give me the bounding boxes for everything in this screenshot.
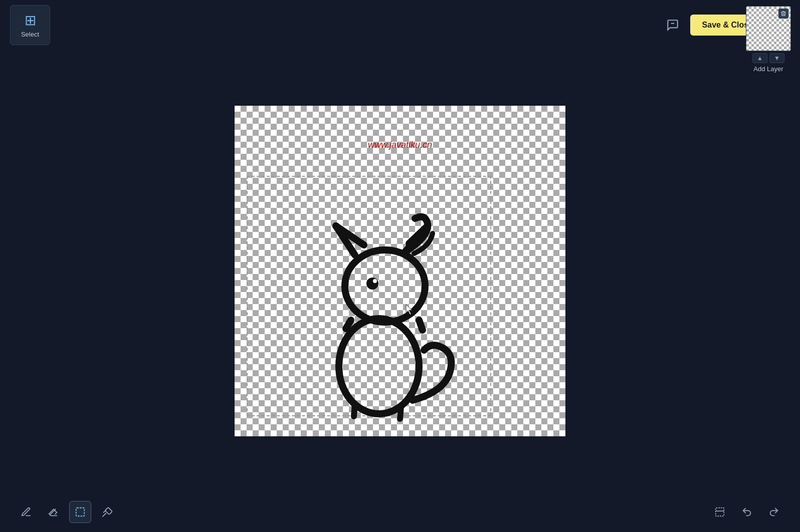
layer-delete-button[interactable] <box>778 9 788 19</box>
svg-rect-23 <box>716 508 724 516</box>
cat-drawing <box>235 106 565 436</box>
svg-line-18 <box>354 404 355 416</box>
canvas-area: www.javatiku.cn <box>0 50 800 492</box>
redo-button[interactable] <box>763 501 785 523</box>
select-tool-label: Select <box>21 31 39 38</box>
eraser-button[interactable] <box>42 501 64 523</box>
select-tool-button[interactable]: ⊞ Select <box>10 5 50 45</box>
select-icon: ⊞ <box>25 12 36 29</box>
select-bottom-button[interactable] <box>69 501 91 523</box>
svg-point-10 <box>345 250 425 322</box>
bottom-left-tools <box>15 501 118 523</box>
top-toolbar: ⊞ Select Save & Close ✕ <box>0 0 800 50</box>
canvas-container[interactable]: www.javatiku.cn <box>235 106 565 436</box>
svg-line-16 <box>346 320 351 329</box>
undo-button[interactable] <box>736 501 758 523</box>
svg-point-15 <box>339 319 419 414</box>
svg-point-21 <box>373 279 377 283</box>
svg-line-17 <box>419 320 423 330</box>
comment-button[interactable] <box>662 15 683 36</box>
pencil-button[interactable] <box>15 501 37 523</box>
bottom-toolbar <box>0 492 800 532</box>
svg-point-20 <box>366 278 378 290</box>
svg-rect-22 <box>76 508 85 516</box>
eyedropper-button[interactable] <box>96 501 118 523</box>
crop-button[interactable] <box>709 501 731 523</box>
layer-thumbnail <box>746 6 791 51</box>
svg-line-19 <box>400 406 401 419</box>
bottom-right-tools <box>709 501 785 523</box>
